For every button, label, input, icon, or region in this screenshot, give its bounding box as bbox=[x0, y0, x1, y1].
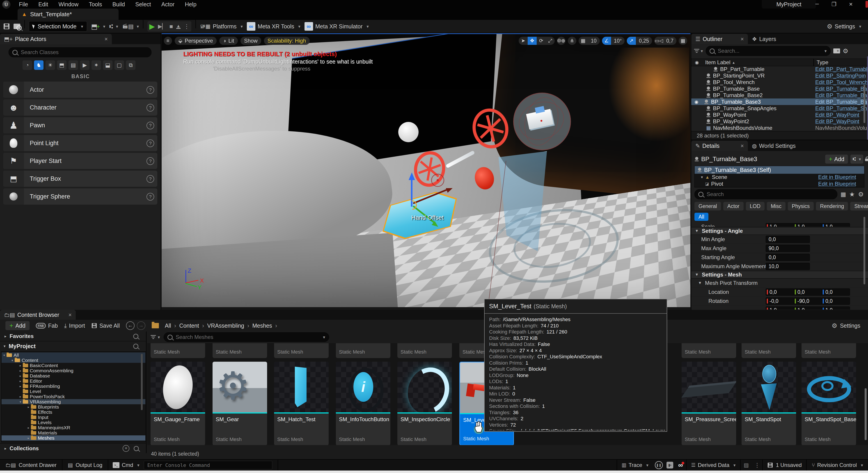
content-browser-settings[interactable]: ⚙ Settings bbox=[832, 322, 860, 329]
tree-item-levels[interactable]: Levels bbox=[2, 420, 146, 425]
asset-tile-partial[interactable]: Static Mesh bbox=[802, 343, 856, 358]
edit-blueprint-link[interactable]: Edit BP_StartingPoin bbox=[815, 72, 868, 79]
asset-tile-infotouchbutton[interactable]: i SM_InfoTouchButton Static Mesh bbox=[336, 362, 391, 445]
search-meshes-input[interactable] bbox=[175, 334, 318, 341]
trace-dropdown[interactable]: ▥ Trace ▾ bbox=[617, 462, 653, 468]
close-icon[interactable]: × bbox=[740, 36, 744, 42]
grid-snap-value[interactable]: 10 bbox=[588, 37, 600, 45]
column-divider[interactable] bbox=[813, 59, 814, 66]
type-column[interactable]: Type bbox=[816, 59, 828, 66]
asset-tile-partial[interactable]: Static Mesh bbox=[213, 343, 267, 358]
media-category-icon[interactable]: ▶ bbox=[80, 60, 90, 70]
restore-button[interactable]: ❐ bbox=[826, 0, 842, 8]
chevron-down-icon[interactable]: ▾ bbox=[701, 49, 703, 54]
edit-blueprint-link[interactable]: Edit BP_Turnable_Ba bbox=[815, 99, 868, 105]
close-icon[interactable]: × bbox=[68, 312, 72, 318]
tree-item-editor[interactable]: ▸Editor bbox=[2, 378, 146, 383]
outliner-row[interactable]: BP_StartingPoint_VREdit BP_StartingPoin bbox=[691, 72, 868, 79]
asset-grid-scrollbar[interactable] bbox=[865, 388, 867, 440]
outliner-row[interactable]: ▦NavMeshBoundsVolumeNavMeshBoundsVolu bbox=[691, 125, 868, 131]
eye-visible-icon[interactable]: ◉ bbox=[694, 99, 698, 104]
viewport[interactable]: Hand Offset ≡ ⬙Perspective ◑Lit Show Sca… bbox=[162, 33, 690, 307]
edit-blueprint-link[interactable]: Edit BP_Tool_Wrench bbox=[815, 79, 868, 86]
asset-filter-icon[interactable] bbox=[151, 335, 156, 339]
shader-grid-icon[interactable]: ▨ bbox=[744, 462, 749, 468]
cinematic-category-icon[interactable]: ▤ bbox=[68, 60, 78, 70]
unlocked-icon[interactable] bbox=[865, 157, 868, 161]
filter-icon[interactable] bbox=[694, 49, 700, 53]
chevron-down-icon[interactable]: ▾ bbox=[158, 335, 160, 340]
place-actor-item-actor[interactable]: Actor ? bbox=[3, 82, 157, 98]
expander-icon[interactable]: ▾ bbox=[701, 175, 703, 180]
tree-item-blueprints[interactable]: ▸Blueprints bbox=[2, 404, 146, 409]
menu-edit[interactable]: Edit bbox=[38, 1, 48, 8]
menu-select[interactable]: Select bbox=[135, 1, 151, 8]
level-tab[interactable]: ▲ Start_Template* bbox=[18, 8, 119, 20]
help-icon[interactable]: ? bbox=[147, 86, 154, 94]
max-angle-field[interactable]: 90,0 bbox=[766, 245, 810, 252]
scale-tool-icon[interactable]: ⤢ bbox=[546, 37, 555, 45]
blueprint-actions-dropdown[interactable]: ⑆▾ bbox=[850, 155, 863, 164]
play-button-icon[interactable]: ▶ bbox=[149, 22, 155, 31]
myproject-header[interactable]: ▾ MyProject bbox=[0, 341, 146, 351]
grid-snap-icon[interactable]: ▦ bbox=[579, 37, 588, 45]
content-browser-tab[interactable]: 🗀︎▤ Content Browser × bbox=[0, 310, 76, 320]
place-actor-item-character[interactable]: ☻ Character ? bbox=[3, 99, 157, 116]
search-icon[interactable] bbox=[133, 344, 138, 349]
surface-snap-icon[interactable]: ⋔ bbox=[568, 37, 576, 45]
help-icon[interactable]: ? bbox=[147, 122, 154, 129]
max-angle-movement-field[interactable]: 10,0 bbox=[766, 263, 810, 270]
select-tool-icon[interactable]: ➤ bbox=[519, 37, 528, 45]
details-search-input[interactable] bbox=[706, 191, 834, 198]
details-scrollbar[interactable] bbox=[864, 217, 865, 284]
details-tab[interactable]: ✎ Details × bbox=[691, 140, 748, 151]
all-classes-category-icon[interactable]: ⧉ bbox=[126, 60, 135, 70]
filter-chip-lod[interactable]: LOD bbox=[746, 202, 765, 211]
maximize-viewport-icon[interactable]: ▦ bbox=[679, 37, 687, 45]
search-icon[interactable] bbox=[133, 334, 138, 339]
min-angle-field[interactable]: 0,0 bbox=[766, 236, 810, 243]
tree-item-content[interactable]: ▾Content bbox=[2, 358, 146, 363]
filter-chip-physics[interactable]: Physics bbox=[788, 202, 814, 211]
chevron-down-icon[interactable]: ▾ bbox=[323, 335, 325, 340]
place-actors-tab[interactable]: ⬒+ Place Actors × bbox=[0, 34, 112, 44]
search-classes-box[interactable] bbox=[8, 47, 152, 57]
filter-chip-actor[interactable]: Actor bbox=[723, 202, 744, 211]
filter-chip-streaming[interactable]: Streaming bbox=[850, 202, 868, 211]
add-asset-button[interactable]: + Add bbox=[5, 321, 30, 330]
meta-xr-simulator-dropdown[interactable]: ∞ Meta XR Simulator▾ bbox=[305, 22, 369, 31]
stop-icon[interactable]: ■ bbox=[169, 23, 173, 30]
place-actor-item-trigger-sphere[interactable]: Trigger Sphere ? bbox=[3, 188, 157, 204]
new-folder-icon[interactable]: + bbox=[833, 49, 840, 54]
tree-item-vrassembling[interactable]: ▾VRAssembling bbox=[2, 399, 146, 404]
scale-y-field[interactable]: 1,0 bbox=[794, 307, 822, 310]
unreal-logo-icon[interactable]: U bbox=[2, 0, 10, 8]
breadcrumb-folder-icon[interactable] bbox=[152, 323, 159, 328]
asset-tile-standspot-base[interactable]: SM_StandSpot_Base Static Mesh bbox=[802, 362, 856, 445]
basic-category-icon[interactable]: ♞ bbox=[34, 60, 43, 70]
details-settings-gear-icon[interactable]: ⚙ bbox=[858, 191, 864, 198]
fab-button[interactable]: FAB Fab bbox=[36, 322, 58, 329]
edit-blueprint-link[interactable]: Edit BP_Part_Turnabl bbox=[815, 66, 868, 72]
filter-chip-rendering[interactable]: Rendering bbox=[816, 202, 848, 211]
layers-tab[interactable]: ❖ Layers bbox=[748, 34, 780, 44]
rotate-tool-icon[interactable]: ⟳ bbox=[537, 37, 546, 45]
menu-help[interactable]: Help bbox=[185, 1, 196, 8]
outliner-row[interactable]: BP_WayPointEdit BP_WayPoint bbox=[691, 112, 868, 118]
place-actor-item-point-light[interactable]: Point Light ? bbox=[3, 135, 157, 151]
meta-xr-tools-dropdown[interactable]: ∞ Meta XR Tools▾ bbox=[247, 22, 301, 31]
save-current-level-icon[interactable] bbox=[4, 24, 9, 29]
tree-item-input[interactable]: Input bbox=[2, 415, 146, 420]
help-icon[interactable]: ? bbox=[147, 193, 154, 200]
close-icon[interactable]: × bbox=[740, 143, 744, 149]
add-actor-dropdown[interactable]: ⬒+▾ bbox=[91, 23, 105, 30]
settings-mesh-section[interactable]: ▼Settings - Mesh bbox=[691, 271, 868, 279]
outliner-tab[interactable]: ☰ Outliner × bbox=[691, 34, 748, 44]
unsaved-button[interactable]: 1 Unsaved bbox=[763, 462, 806, 468]
tree-item-powertoolspack[interactable]: ▸PowerToolsPack bbox=[2, 394, 146, 399]
scale-z-field[interactable]: 1,0 bbox=[822, 307, 850, 310]
lights-category-icon[interactable]: ☀ bbox=[45, 60, 55, 70]
geometry-category-icon[interactable]: ⬓ bbox=[103, 60, 113, 70]
angle-snap-value[interactable]: 10° bbox=[611, 37, 625, 45]
rotation-y-field[interactable]: -90,0 bbox=[794, 297, 822, 305]
